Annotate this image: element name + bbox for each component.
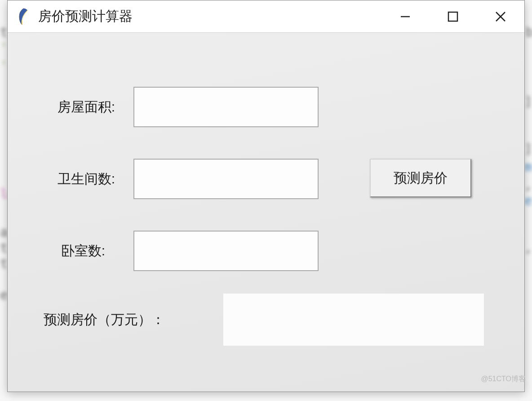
bathrooms-row: 卫生间数: (53, 159, 319, 199)
area-row: 房屋面积: (53, 87, 319, 127)
window-content: 房屋面积: 卫生间数: 预测房价 卧室数: 预测房价（万元）： (8, 33, 524, 392)
watermark: @51CTO博客 (481, 374, 526, 384)
bedrooms-row: 卧室数: (56, 231, 319, 271)
app-window: 房价预测计算器 房屋面积: 卫生间数: 预测房价 卧 (7, 0, 525, 392)
bedrooms-label: 卧室数: (56, 242, 110, 260)
result-label: 预测房价（万元）： (44, 311, 165, 329)
app-icon (17, 8, 30, 26)
minimize-button[interactable] (381, 0, 429, 33)
bedrooms-input[interactable] (133, 231, 319, 271)
window-controls (381, 0, 524, 33)
bathrooms-input[interactable] (133, 159, 319, 199)
area-input[interactable] (133, 87, 319, 127)
result-row: 预测房价（万元）： (44, 294, 484, 346)
maximize-button[interactable] (429, 0, 477, 33)
close-button[interactable] (477, 0, 524, 33)
svg-rect-1 (448, 12, 457, 21)
result-output (223, 294, 484, 346)
titlebar: 房价预测计算器 (8, 0, 524, 33)
window-title: 房价预测计算器 (38, 7, 133, 26)
bathrooms-label: 卫生间数: (53, 170, 120, 188)
predict-button[interactable]: 预测房价 (370, 159, 471, 197)
area-label: 房屋面积: (53, 98, 120, 116)
